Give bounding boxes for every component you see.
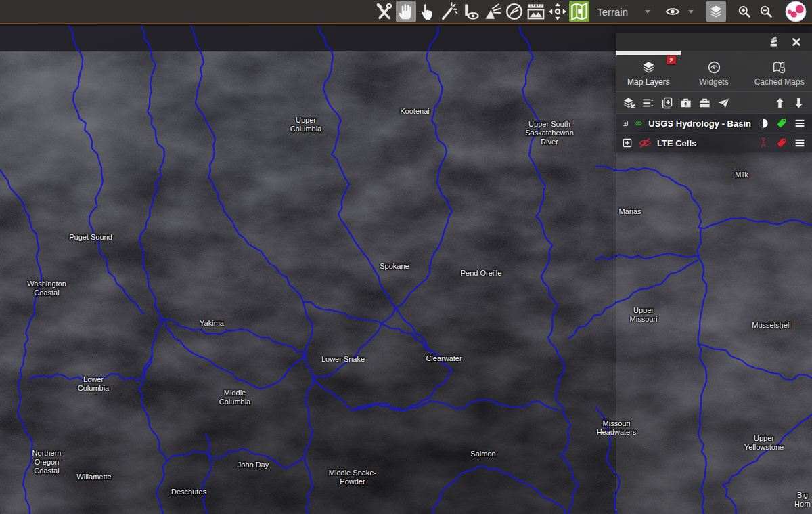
pan-tool-button[interactable] <box>396 1 416 22</box>
layer-list: USGS Hydrology - Basin LTE Cells <box>616 113 812 152</box>
menu-button[interactable] <box>794 117 806 129</box>
gis-application: Upper ColumbiaKootenaiUpper South Saskat… <box>0 0 812 514</box>
zoom-out-icon <box>759 5 773 18</box>
brand-logo[interactable] <box>785 1 807 22</box>
basemap-selector[interactable]: Terrain <box>597 6 652 18</box>
basin-boundary-line <box>139 26 167 514</box>
eye-hidden-icon <box>639 137 651 149</box>
layer-row[interactable]: USGS Hydrology - Basin <box>616 113 812 133</box>
basin-boundary-line <box>568 260 698 339</box>
panel-tabs: Map Layers2 Widgets Cached Maps <box>616 51 812 91</box>
menu-button[interactable] <box>794 137 806 149</box>
zoom-in-icon <box>738 5 751 18</box>
layerlist-icon <box>641 96 655 110</box>
contrast-button[interactable] <box>757 117 769 129</box>
layer-list-button[interactable] <box>641 96 655 110</box>
chevron-down-icon <box>686 7 696 16</box>
viewshed-tool-button[interactable] <box>461 1 481 22</box>
expand-layer-button[interactable] <box>622 118 629 129</box>
top-toolbar: Terrain <box>0 0 812 24</box>
expand-layer-button[interactable] <box>622 137 633 148</box>
plus-box-icon <box>622 118 629 129</box>
select-tool-button[interactable] <box>418 1 438 22</box>
recenter-tool-button[interactable] <box>547 1 568 22</box>
add-toolbox-button[interactable] <box>679 96 693 110</box>
move-layer-up-button[interactable] <box>773 96 787 110</box>
basin-boundary-line <box>313 26 452 410</box>
layer-row[interactable]: LTE Cells <box>616 133 812 152</box>
tab-map-layers[interactable]: Map Layers2 <box>616 56 681 91</box>
tab-label: Widgets <box>699 77 728 87</box>
tag-icon <box>775 117 788 129</box>
arrowdown-icon <box>792 96 806 110</box>
basin-boundary-line <box>160 318 313 377</box>
tab-badge: 2 <box>667 56 676 64</box>
plus-box-icon <box>622 137 633 148</box>
measure-tool-button[interactable] <box>439 1 459 22</box>
zoom-out-button[interactable] <box>756 1 776 22</box>
basin-boundary-line <box>698 228 707 514</box>
layers-panel: Map Layers2 Widgets Cached Maps USGS Hyd… <box>616 33 812 152</box>
basin-boundary-line <box>595 253 700 260</box>
basin-boundary-line <box>160 26 313 389</box>
basin-boundary-line <box>0 169 41 514</box>
mapclock-icon <box>772 60 786 74</box>
layers-icon <box>641 60 656 74</box>
tag-button[interactable] <box>775 117 788 129</box>
basin-boundary-line <box>202 433 211 514</box>
layer-visibility-button[interactable] <box>635 117 642 129</box>
layer-visibility-button[interactable] <box>639 137 651 149</box>
basin-boundary-line <box>69 26 145 314</box>
layer-swipe-button[interactable] <box>769 36 781 48</box>
line-of-sight-tool-button[interactable] <box>482 1 503 22</box>
toolbox-button[interactable] <box>698 96 712 110</box>
remove-layers-button[interactable] <box>622 96 636 110</box>
menu-icon <box>794 117 806 129</box>
basin-boundary-line <box>520 26 578 514</box>
layer-actions-toolbar <box>616 91 812 113</box>
menu-icon <box>794 137 806 149</box>
tag-button[interactable] <box>775 137 788 149</box>
tab-widgets[interactable]: Widgets <box>681 56 747 91</box>
shade-analysis-tool-button[interactable] <box>504 1 524 22</box>
share-layer-button[interactable] <box>717 96 731 110</box>
gauge-icon <box>707 60 721 74</box>
basin-boundary-line <box>352 400 559 410</box>
settings-tools-button[interactable] <box>374 1 394 22</box>
arrowup-icon <box>773 96 787 110</box>
close-panel-button[interactable] <box>790 36 803 48</box>
basin-boundary-line <box>304 377 313 514</box>
basin-boundary-line <box>167 448 303 469</box>
eye-icon <box>665 4 680 19</box>
antenna-button[interactable] <box>757 137 769 149</box>
basin-boundary-line <box>433 466 566 514</box>
addlayer-icon <box>660 96 674 110</box>
layer-row-actions <box>757 117 806 129</box>
add-layer-button[interactable] <box>660 96 674 110</box>
visibility-menu-button[interactable] <box>662 1 683 22</box>
viewshed-icon <box>461 1 481 22</box>
pointer-icon <box>418 1 438 22</box>
active-tab-indicator <box>616 51 681 55</box>
zoom-in-button[interactable] <box>734 1 754 22</box>
move-layer-down-button[interactable] <box>792 96 806 110</box>
elevation-icon <box>526 1 546 22</box>
layer-row-actions <box>757 137 806 149</box>
bagplus-icon <box>679 96 693 110</box>
contrast-icon <box>757 117 769 129</box>
cached-map-tool-button[interactable] <box>569 1 589 22</box>
layers-toggle-button[interactable] <box>706 1 726 22</box>
los-icon <box>482 1 503 22</box>
basemap-label: Terrain <box>597 6 628 18</box>
tab-label: Map Layers <box>627 77 670 87</box>
removelayers-icon <box>622 96 636 110</box>
tab-label: Cached Maps <box>754 77 805 87</box>
layer-name: USGS Hydrology - Basin <box>648 119 751 129</box>
imagery-elevation-tool-button[interactable] <box>526 1 546 22</box>
bag-icon <box>698 96 712 110</box>
plane-icon <box>717 96 731 110</box>
basin-boundary-line <box>595 166 812 228</box>
tab-cached-maps[interactable]: Cached Maps <box>746 56 812 91</box>
layer-name: LTE Cells <box>657 138 696 148</box>
recenter-icon <box>547 1 568 22</box>
